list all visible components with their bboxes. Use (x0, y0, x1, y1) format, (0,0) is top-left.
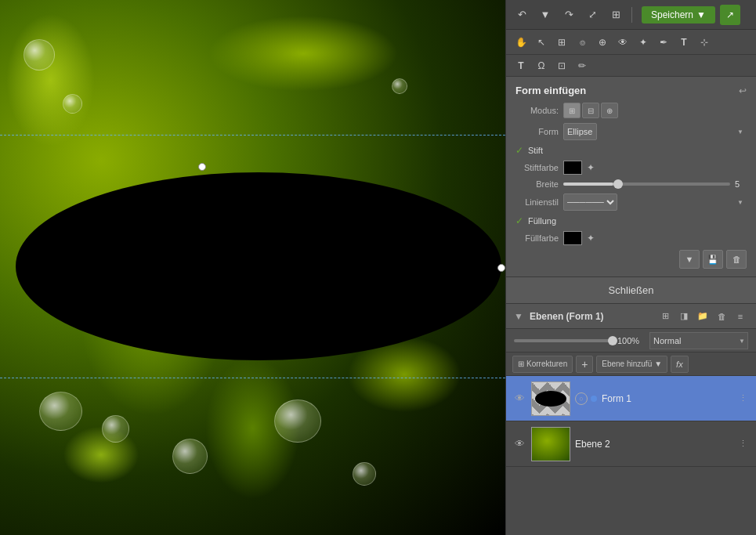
line-style-select[interactable]: ────── (563, 193, 617, 211)
transform-tool[interactable]: ⊞ (553, 34, 570, 51)
form-section: Form einfügen ↩ Modus: ⊞ ⊟ ⊕ Form Ellips… (506, 77, 756, 277)
mode-btn-3[interactable]: ⊕ (601, 103, 618, 118)
fill-check-icon: ✓ (515, 215, 523, 226)
redo-button[interactable]: ↷ (559, 5, 578, 24)
layer-menu-btn[interactable]: ≡ (732, 309, 748, 324)
layer-visibility-form1[interactable]: 👁 (512, 392, 526, 406)
stroke-label[interactable]: Stift (528, 146, 543, 155)
layer-toolbar: ⊞ Korrekturen + Ebene hinzufü ▼ fx (506, 352, 756, 376)
layer-visibility-ebene2[interactable]: 👁 (512, 437, 526, 451)
stroke-color-label: Stiftfarbe (515, 163, 559, 172)
modus-label: Modus: (515, 106, 559, 115)
mode-buttons: ⊞ ⊟ ⊕ (563, 103, 618, 118)
blend-mode-select[interactable]: Normal (649, 332, 748, 349)
eyedrop-tool[interactable]: ✦ (635, 34, 652, 51)
handle-right[interactable] (497, 264, 505, 272)
mode-btn-1[interactable]: ⊞ (563, 103, 581, 118)
layer-thumb-ellipse-bg (532, 382, 570, 415)
layer-folder-btn[interactable]: 📁 (695, 309, 711, 324)
form-action-delete[interactable]: 🗑 (726, 250, 747, 269)
form-shape-select[interactable]: Ellipse (563, 123, 597, 140)
layers-panel: ▼ Ebenen (Form 1) ⊞ ◨ 📁 🗑 ≡ 100% Normal (506, 304, 756, 535)
fill-eyedropper-icon[interactable]: ✦ (587, 233, 595, 244)
form-action-dropdown[interactable]: ▼ (679, 250, 700, 269)
undo-button[interactable]: ↶ (512, 5, 531, 24)
droplet (24, 39, 55, 70)
lasso-tool[interactable]: ⌾ (573, 34, 591, 51)
layers-collapse-icon[interactable]: ▼ (514, 311, 523, 322)
text-icon[interactable]: T (512, 57, 530, 74)
ellipse-shape[interactable] (16, 172, 501, 360)
opacity-slider[interactable] (514, 339, 613, 342)
layer-item-ebene2[interactable]: 👁 Ebene 2 ⋮ (506, 421, 756, 467)
stroke-color-row: Stiftfarbe ✦ (515, 161, 747, 175)
droplet (102, 415, 129, 443)
expand-button[interactable]: ⤢ (583, 5, 602, 24)
stroke-width-value: 5 (735, 179, 747, 189)
layer-options-form1[interactable]: ⋮ (736, 387, 750, 410)
add-layer-button[interactable]: Ebene hinzufü ▼ (596, 356, 667, 373)
layer-delete-btn[interactable]: 🗑 (714, 309, 729, 324)
layer-thumb-form1 (531, 381, 570, 416)
top-toolbar: ↶ ▼ ↷ ⤢ ⊞ Speichern ▼ ↗ (506, 0, 756, 30)
add-layer-label: Ebene hinzufü (602, 360, 652, 368)
form-actions: ▼ 💾 🗑 (515, 250, 747, 269)
stroke-width-row: Breite 5 (515, 179, 747, 189)
layer-options-ebene2[interactable]: ⋮ (736, 432, 750, 456)
back-icon[interactable]: ↩ (739, 85, 747, 96)
stroke-color-swatch[interactable] (563, 161, 582, 175)
droplet (172, 439, 208, 474)
save-button[interactable]: Speichern ▼ (642, 6, 715, 23)
fx-button[interactable]: fx (671, 356, 689, 373)
layer-mask-btn[interactable]: ◨ (676, 309, 692, 324)
layers-toggle[interactable]: ⊞ (606, 5, 625, 24)
undo-arrow-button[interactable]: ▼ (536, 5, 555, 24)
omega-icon[interactable]: Ω (533, 57, 550, 74)
corrections-button[interactable]: ⊞ Korrekturen (512, 356, 573, 373)
stamp-tool[interactable]: ⊕ (594, 34, 611, 51)
right-panel: ↶ ▼ ↷ ⤢ ⊞ Speichern ▼ ↗ ✋ ↖ ⊞ ⌾ ⊕ 👁 ✦ ✒ … (505, 0, 756, 535)
form-action-save[interactable]: 💾 (703, 250, 723, 269)
corrections-icon: ⊞ (518, 360, 524, 368)
layer-item-form1[interactable]: 👁 ○ Form 1 ⋮ (506, 376, 756, 421)
brush-icon[interactable]: ✏ (573, 57, 591, 74)
stroke-width-slider[interactable] (563, 183, 730, 186)
form-title: Form einfügen (515, 85, 586, 96)
line-style-select-wrapper: ────── (563, 193, 747, 211)
extra-tool[interactable]: ⊹ (696, 34, 713, 51)
divider (631, 7, 632, 23)
text-tool[interactable]: T (675, 34, 693, 51)
selection-line-bottom (0, 378, 505, 378)
link-circle: ○ (579, 395, 583, 403)
eye-tool[interactable]: 👁 (614, 34, 631, 51)
layers-header: ▼ Ebenen (Form 1) ⊞ ◨ 📁 🗑 ≡ (506, 304, 756, 329)
layer-thumb-photo-bg (532, 428, 570, 461)
save-dropdown-icon: ▼ (696, 9, 706, 20)
share-button[interactable]: ↗ (720, 5, 740, 25)
hand-tool[interactable]: ✋ (512, 34, 530, 51)
add-layer-plus[interactable]: + (576, 356, 593, 373)
modus-row: Modus: ⊞ ⊟ ⊕ (515, 103, 747, 118)
save-label: Speichern (651, 9, 693, 20)
stroke-eyedropper-icon[interactable]: ✦ (587, 162, 595, 173)
stroke-width-label: Breite (515, 179, 559, 189)
layers-icons: ⊞ ◨ 📁 🗑 ≡ (657, 309, 748, 324)
fill-color-swatch[interactable] (563, 231, 582, 245)
fill-color-label: Füllfarbe (515, 233, 559, 243)
droplet (39, 392, 82, 431)
box-icon[interactable]: ⊡ (553, 57, 570, 74)
fill-color-row: Füllfarbe ✦ (515, 231, 747, 245)
opacity-thumb[interactable] (608, 336, 617, 345)
droplet (63, 94, 82, 114)
mode-btn-2[interactable]: ⊟ (582, 103, 599, 118)
layer-name-ebene2: Ebene 2 (575, 439, 731, 450)
fill-label[interactable]: Füllung (528, 216, 556, 226)
close-button[interactable]: Schließen (506, 277, 756, 304)
stroke-check-icon: ✓ (515, 145, 523, 156)
handle-top[interactable] (198, 163, 206, 171)
droplet (353, 462, 376, 486)
droplet (274, 399, 321, 443)
pen-tool[interactable]: ✒ (655, 34, 672, 51)
layer-copy-btn[interactable]: ⊞ (657, 309, 673, 324)
select-tool[interactable]: ↖ (533, 34, 550, 51)
